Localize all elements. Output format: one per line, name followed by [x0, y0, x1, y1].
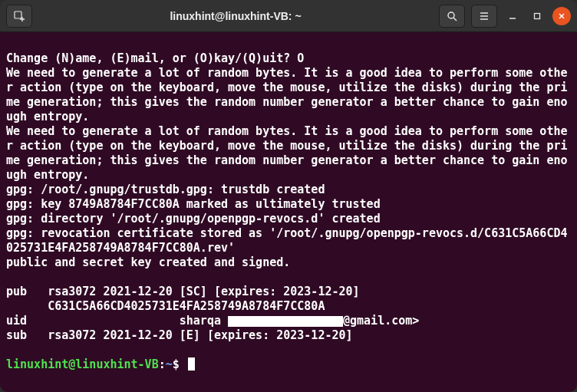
output-line: sub rsa3072 2021-12-20 [E] [expires: 202… [6, 328, 353, 342]
svg-point-3 [448, 12, 454, 18]
close-icon [558, 12, 565, 20]
redacted-block [228, 316, 343, 327]
hamburger-icon [479, 11, 490, 21]
terminal-plus-icon [14, 11, 25, 21]
terminal-area[interactable]: Change (N)ame, (E)mail, or (O)kay/(Q)uit… [0, 32, 577, 392]
close-button[interactable] [552, 7, 571, 25]
uid-suffix: @gmail.com> [343, 314, 419, 328]
menu-button[interactable] [471, 5, 497, 28]
output-line: We need to generate a lot of random byte… [6, 124, 568, 182]
svg-rect-0 [15, 12, 21, 18]
uid-prefix: uid sharqa [6, 314, 228, 328]
svg-line-4 [453, 18, 457, 21]
output-line: pub rsa3072 2021-12-20 [SC] [expires: 20… [6, 285, 360, 298]
window-titlebar: linuxhint@linuxhint-VB: ~ [0, 0, 577, 32]
output-line: gpg: revocation certificate stored as '/… [6, 226, 568, 255]
prompt-path: ~ [166, 357, 173, 371]
terminal-output: Change (N)ame, (E)mail, or (O)kay/(Q)uit… [6, 37, 571, 372]
output-line: public and secret key created and signed… [6, 255, 290, 269]
prompt-dollar: $ [173, 357, 180, 371]
output-line: gpg: key 8749A8784F7CC80A marked as ulti… [6, 197, 381, 211]
prompt-colon: : [159, 357, 166, 371]
svg-rect-9 [535, 13, 540, 18]
prompt-user: linuxhint@linuxhint-VB [6, 357, 159, 371]
output-line: C631C5A66CD4025731E4FA258749A8784F7CC80A [6, 299, 325, 313]
cursor [188, 357, 195, 371]
titlebar-right-controls [439, 5, 571, 28]
maximize-icon [533, 12, 541, 20]
window-title: linuxhint@linuxhint-VB: ~ [38, 10, 433, 22]
output-line: We need to generate a lot of random byte… [6, 66, 568, 124]
output-line: Change (N)ame, (E)mail, or (O)kay/(Q)uit… [6, 51, 304, 65]
maximize-button[interactable] [528, 7, 546, 25]
prompt-line: linuxhint@linuxhint-VB:~$ [6, 357, 195, 371]
search-button[interactable] [439, 5, 465, 28]
output-line: gpg: directory '/root/.gnupg/openpgp-rev… [6, 212, 381, 226]
minimize-icon [509, 12, 516, 20]
output-line: gpg: /root/.gnupg/trustdb.gpg: trustdb c… [6, 183, 325, 196]
search-icon [447, 11, 457, 21]
new-tab-button[interactable] [6, 5, 32, 28]
minimize-button[interactable] [503, 7, 522, 25]
